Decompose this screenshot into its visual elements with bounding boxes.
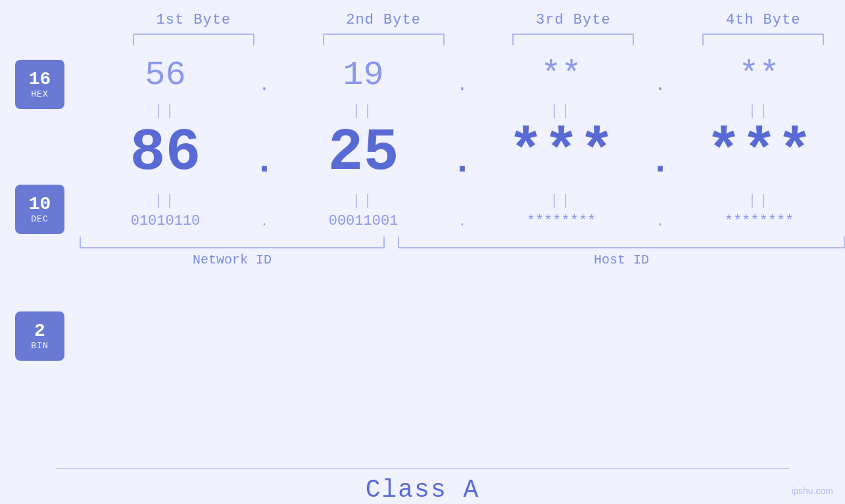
eq2-1: || xyxy=(80,193,251,209)
class-bracket-bar xyxy=(56,468,789,469)
dec-dot-2: . xyxy=(449,125,475,183)
eq-2: || xyxy=(278,103,449,120)
eq-4: || xyxy=(673,103,845,120)
hex-val-4: ** xyxy=(673,55,845,96)
main-content: 16 HEX 10 DEC 2 BIN 56 . xyxy=(0,45,845,467)
network-id-label: Network ID xyxy=(193,252,272,267)
eq2-4: || xyxy=(673,193,845,209)
badge-dec-number: 10 xyxy=(29,195,51,215)
dec-val-2: 25 xyxy=(278,124,449,183)
network-id-bracket: Network ID xyxy=(80,237,385,267)
byte-header-2: 2nd Byte xyxy=(302,12,466,28)
dec-val-4: *** xyxy=(673,124,845,183)
hex-dot-2: . xyxy=(449,64,475,97)
hex-val-3: ** xyxy=(475,55,647,96)
data-section: 56 . 19 . ** . ** xyxy=(80,52,845,267)
byte-header-4: 4th Byte xyxy=(681,12,845,28)
bin-dot-3: . xyxy=(647,214,673,230)
hex-dot-3: . xyxy=(647,64,673,97)
eq2-2: || xyxy=(278,193,449,209)
host-id-bracket: Host ID xyxy=(398,237,845,267)
equals-row-2: || || || || xyxy=(80,188,845,213)
dec-val-3: *** xyxy=(475,124,647,183)
bin-row: 01010110 . 00011001 . ******** . xyxy=(80,213,845,233)
class-section: Class A xyxy=(56,468,789,504)
bin-val-4: ******** xyxy=(673,213,845,230)
class-label: Class A xyxy=(366,476,480,504)
badge-bin-number: 2 xyxy=(34,321,45,342)
badge-hex-number: 16 xyxy=(29,70,51,90)
eq2-3: || xyxy=(475,193,647,209)
top-bracket-1 xyxy=(112,34,276,45)
dec-row: 86 . 25 . *** . *** xyxy=(80,124,845,188)
main-container: 1st Byte 2nd Byte 3rd Byte 4th Byte xyxy=(0,0,845,504)
eq-1: || xyxy=(80,103,251,120)
host-id-label: Host ID xyxy=(594,252,649,267)
top-bracket-2 xyxy=(302,34,466,45)
bin-val-1: 01010110 xyxy=(80,213,251,230)
badge-dec-label: DEC xyxy=(31,214,48,224)
byte-headers: 1st Byte 2nd Byte 3rd Byte 4th Byte xyxy=(0,0,845,28)
badge-hex-label: HEX xyxy=(31,89,48,99)
footer-text: ipshu.com xyxy=(791,486,833,496)
dec-dot-3: . xyxy=(647,125,673,183)
top-bracket-4 xyxy=(681,34,845,45)
top-bracket-3 xyxy=(492,34,656,45)
dec-val-1: 86 xyxy=(80,124,251,183)
hex-row: 56 . 19 . ** . ** xyxy=(80,55,845,99)
hex-dot-1: . xyxy=(251,64,278,97)
bin-val-2: 00011001 xyxy=(278,213,449,230)
top-brackets xyxy=(0,34,845,45)
badge-bin-label: BIN xyxy=(31,341,48,351)
bin-dot-1: . xyxy=(251,214,278,230)
byte-header-3: 3rd Byte xyxy=(492,12,656,28)
byte-header-1: 1st Byte xyxy=(112,12,276,28)
bin-dot-2: . xyxy=(449,214,475,230)
badge-column: 16 HEX 10 DEC 2 BIN xyxy=(0,52,80,367)
badge-bin: 2 BIN xyxy=(15,311,64,361)
badge-dec: 10 DEC xyxy=(15,185,64,234)
bottom-bracket-section: Network ID Host ID xyxy=(80,237,845,267)
eq-3: || xyxy=(475,103,647,120)
bin-val-3: ******** xyxy=(475,213,647,230)
dec-dot-1: . xyxy=(251,125,278,183)
hex-val-1: 56 xyxy=(80,55,251,96)
hex-val-2: 19 xyxy=(278,55,449,96)
badge-hex: 16 HEX xyxy=(15,60,64,109)
